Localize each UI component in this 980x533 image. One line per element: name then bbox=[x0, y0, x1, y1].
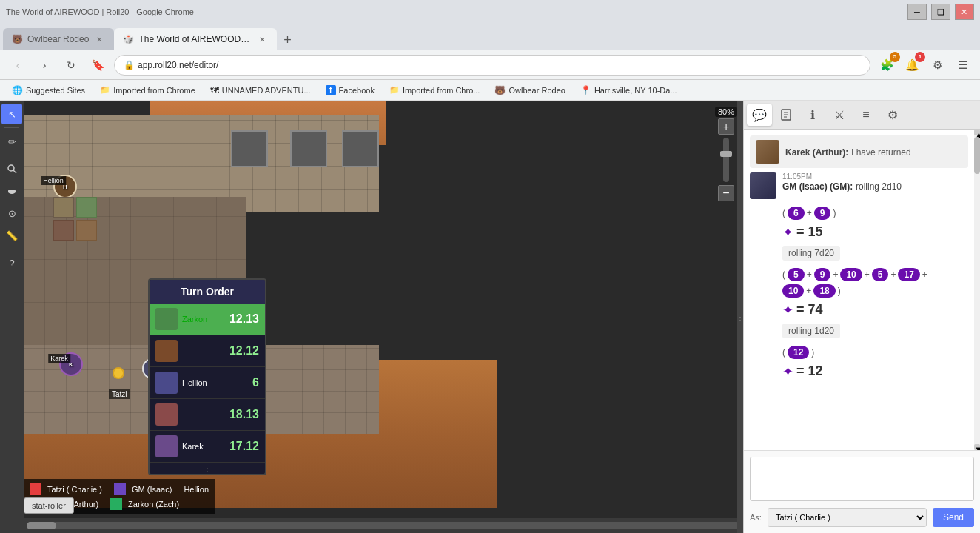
turn-order-panel: Turn Order Zarkon 12.13 12.12 Hellion 6 bbox=[148, 278, 266, 475]
chat-messages: Karek (Arthur): I have returned 11:05PM … bbox=[744, 130, 974, 450]
roll-action-text-7d20: rolling 7d20 bbox=[788, 248, 834, 258]
bookmark-label-1: Imported from Chrome bbox=[113, 86, 195, 95]
roll-dice-2d10: ( 6 + 9 ) bbox=[782, 207, 968, 220]
notification-button[interactable]: 🔔 1 bbox=[902, 55, 922, 76]
stat-roller-button[interactable]: stat-roller bbox=[24, 497, 74, 514]
roll-result-1d20: ( 12 ) ✦ = 12 bbox=[782, 343, 968, 381]
bookmark-favicon-5: 🐻 bbox=[494, 85, 506, 95]
token-tool-button[interactable]: ⊙ bbox=[1, 203, 22, 224]
turn-order-item-4[interactable]: 18.13 bbox=[150, 399, 265, 431]
bookmark-facebook[interactable]: f Facebook bbox=[320, 84, 380, 97]
token-cluster-4[interactable] bbox=[76, 220, 97, 241]
info-tab[interactable]: ℹ bbox=[800, 104, 825, 126]
zoom-in-button[interactable]: + bbox=[718, 118, 734, 135]
draw-tool-button[interactable]: ✏ bbox=[1, 131, 22, 152]
bookmark-favicon-3: f bbox=[326, 85, 336, 95]
bookmark-suggested-sites[interactable]: 🌐 Suggested Sites bbox=[6, 84, 91, 97]
map-machinery-2 bbox=[290, 130, 327, 167]
roll-dice-7d20-row2: 10 + 18 ) bbox=[782, 284, 968, 298]
minimize-button[interactable]: ─ bbox=[907, 4, 927, 20]
map-viewport[interactable]: H Hellion K Karek T bbox=[24, 101, 743, 518]
journal-tab[interactable] bbox=[773, 104, 799, 126]
avatar-4 bbox=[155, 403, 178, 426]
roll20-map-area[interactable]: ↖ ✏ ⊙ 📏 ? bbox=[0, 101, 743, 533]
restore-button[interactable]: ❑ bbox=[931, 4, 950, 20]
turn-order-item-zarkon[interactable]: Zarkon 12.13 bbox=[150, 304, 265, 335]
close-button[interactable]: ✕ bbox=[955, 4, 974, 20]
gm-chat-time: 11:05PM bbox=[782, 172, 812, 181]
send-button[interactable]: Send bbox=[933, 508, 974, 527]
gm-chat-meta: 11:05PM bbox=[782, 172, 968, 181]
bottom-scroll-bar[interactable] bbox=[24, 518, 743, 533]
gm-chat-sender: GM (Isaac) (GM): bbox=[782, 181, 853, 192]
chrome-menu-button[interactable]: ☰ bbox=[952, 55, 973, 76]
zoom-out-button[interactable]: − bbox=[718, 185, 734, 201]
karek-notification-sender: Karek (Arthur): bbox=[785, 147, 848, 158]
back-button[interactable]: ‹ bbox=[7, 55, 28, 76]
zarkon-name: Zarkon bbox=[182, 315, 225, 324]
compendium-tab[interactable]: ⚔ bbox=[827, 104, 852, 126]
turn-value-2: 12.12 bbox=[229, 344, 259, 358]
bookmark-button[interactable]: 🔖 bbox=[87, 55, 108, 76]
url-input[interactable]: 🔒 app.roll20.net/editor/ bbox=[114, 55, 870, 76]
tab-roll20[interactable]: 🎲 The World of AIREWOOD | Roll20 ✕ bbox=[114, 28, 277, 50]
bookmark-owlbear-rodeo[interactable]: 🐻 Owlbear Rodeo bbox=[489, 84, 571, 97]
app-content: ↖ ✏ ⊙ 📏 ? bbox=[0, 101, 980, 533]
turn-order-resize-handle[interactable]: ⋮ bbox=[150, 463, 265, 474]
settings-tab[interactable]: ⚙ bbox=[880, 104, 905, 126]
scrollbar-thumb[interactable] bbox=[974, 137, 980, 174]
roll-star-icon-2: ✦ bbox=[782, 302, 793, 318]
tab-close-owlbear[interactable]: ✕ bbox=[93, 33, 105, 45]
help-button[interactable]: ? bbox=[1, 252, 22, 273]
horizontal-scroll-thumb[interactable] bbox=[27, 522, 56, 529]
roll-action-badge-7d20: rolling 7d20 bbox=[782, 246, 840, 261]
token-cluster-3[interactable] bbox=[53, 220, 74, 241]
roll-star-icon-1: ✦ bbox=[782, 224, 793, 241]
tab-owlbear[interactable]: 🐻 Owlbear Rodeo ✕ bbox=[3, 28, 114, 50]
bookmark-imported-chro[interactable]: 📁 Imported from Chro... bbox=[383, 84, 486, 96]
bookmark-imported-chrome[interactable]: 📁 Imported from Chrome bbox=[94, 84, 201, 96]
gear-icon: ⚙ bbox=[933, 58, 942, 72]
new-tab-button[interactable]: + bbox=[277, 30, 298, 50]
turn-order-item-2[interactable]: 12.12 bbox=[150, 335, 265, 367]
turn-order-item-hellion[interactable]: Hellion 6 bbox=[150, 367, 265, 399]
zoom-tool-button[interactable] bbox=[1, 158, 22, 179]
scrollbar-up-arrow[interactable]: ▲ bbox=[974, 130, 980, 135]
hellion-value: 6 bbox=[252, 376, 259, 389]
token-cluster-1[interactable] bbox=[53, 197, 74, 218]
panel-resize-handle[interactable]: ⋮ bbox=[737, 101, 743, 533]
zoom-slider-track[interactable] bbox=[723, 138, 729, 182]
bookmark-harrisville[interactable]: 📍 Harrisville, NY 10-Da... bbox=[574, 84, 683, 97]
roll-action-1d20: rolling 1d20 bbox=[782, 324, 968, 338]
scrollbar-down-arrow[interactable]: ▼ bbox=[974, 444, 980, 450]
fog-tool-button[interactable] bbox=[1, 181, 22, 201]
turn-order-item-karek[interactable]: Karek 17.12 bbox=[150, 431, 265, 463]
svg-line-1 bbox=[13, 170, 16, 173]
jukebox-tab[interactable]: ≡ bbox=[853, 104, 879, 126]
token-yellow-dot[interactable] bbox=[113, 367, 124, 379]
bookmark-unnamed-adventu[interactable]: 🗺 UNNAMED ADVENTU... bbox=[204, 84, 317, 97]
chat-tab[interactable]: 💬 bbox=[747, 104, 772, 126]
die-1: 6 bbox=[788, 207, 805, 220]
zarkon-avatar bbox=[155, 308, 178, 330]
chrome-settings-button[interactable]: ⚙ bbox=[927, 55, 947, 76]
refresh-button[interactable]: ↻ bbox=[61, 55, 81, 76]
tab-close-roll20[interactable]: ✕ bbox=[256, 33, 268, 45]
tab-bar: 🐻 Owlbear Rodeo ✕ 🎲 The World of AIREWOO… bbox=[0, 24, 980, 50]
measure-tool-button[interactable]: 📏 bbox=[1, 225, 22, 246]
forward-button[interactable]: › bbox=[34, 55, 55, 76]
zoom-slider-handle[interactable] bbox=[720, 151, 732, 157]
die-7d20-5: 17 bbox=[898, 268, 919, 281]
horizontal-scroll-track[interactable] bbox=[27, 522, 740, 529]
gm-chat-avatar bbox=[750, 172, 776, 199]
chat-input-field[interactable] bbox=[750, 457, 974, 501]
select-tool-button[interactable]: ↖ bbox=[1, 104, 22, 124]
extensions-button[interactable]: 🧩 5 bbox=[876, 55, 897, 76]
karek-notification-text: Karek (Arthur): I have returned bbox=[785, 147, 911, 158]
as-select-dropdown[interactable]: Tatzi ( Charlie ) bbox=[768, 508, 927, 527]
right-panel: 💬 ℹ ⚔ ≡ ⚙ Karek (Arthur): I have returne… bbox=[743, 101, 980, 533]
roll-total-7d20-row: ✦ = 74 bbox=[782, 301, 968, 319]
chat-scrollbar[interactable]: ▲ ▼ bbox=[974, 130, 980, 450]
token-cluster-2[interactable] bbox=[76, 197, 97, 218]
roll-dice-1d20: ( 12 ) bbox=[782, 346, 968, 359]
